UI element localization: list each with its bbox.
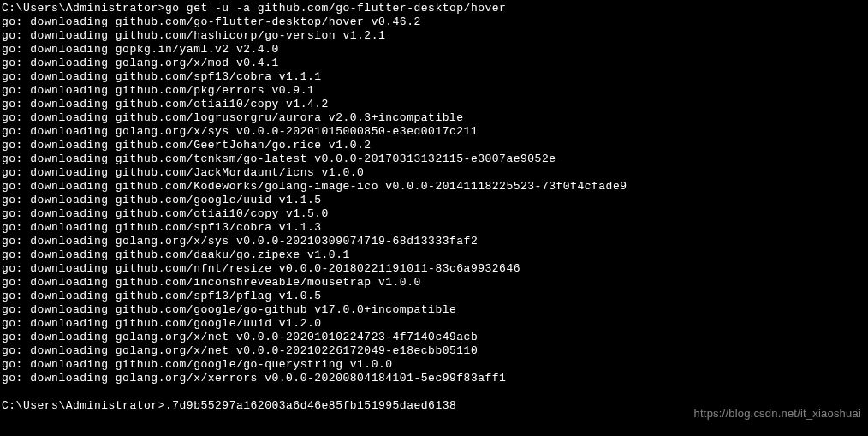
terminal-line [2,385,868,399]
terminal-line: go: downloading github.com/spf13/cobra v… [2,70,868,84]
terminal-line: go: downloading github.com/inconshreveab… [2,276,868,290]
terminal-line: go: downloading gopkg.in/yaml.v2 v2.4.0 [2,43,868,57]
watermark-text: https://blog.csdn.net/it_xiaoshuai [694,407,861,421]
terminal-line: go: downloading github.com/pkg/errors v0… [2,84,868,98]
terminal-line: go: downloading github.com/google/go-que… [2,358,868,372]
terminal-line: go: downloading github.com/hashicorp/go-… [2,29,868,43]
terminal-line: go: downloading github.com/google/uuid v… [2,194,868,207]
terminal-line: go: downloading github.com/daaku/go.zipe… [2,248,868,262]
terminal-line: go: downloading github.com/otiai10/copy … [2,207,868,221]
terminal-line: go: downloading github.com/GeertJohan/go… [2,139,868,152]
terminal-line: go: downloading golang.org/x/mod v0.4.1 [2,57,868,70]
terminal-line: go: downloading github.com/logrusorgru/a… [2,111,868,125]
terminal-line: go: downloading github.com/go-flutter-de… [2,15,868,29]
terminal-line: go: downloading github.com/spf13/pflag v… [2,290,868,303]
terminal-line: go: downloading github.com/nfnt/resize v… [2,262,868,276]
terminal-line: go: downloading github.com/spf13/cobra v… [2,221,868,235]
terminal-line: go: downloading github.com/google/uuid v… [2,317,868,331]
terminal-line: go: downloading github.com/Kodeworks/gol… [2,180,868,194]
terminal-output[interactable]: C:\Users\Administrator>go get -u -a gith… [2,2,868,413]
terminal-line: go: downloading github.com/otiai10/copy … [2,98,868,111]
terminal-line: go: downloading golang.org/x/sys v0.0.0-… [2,235,868,248]
terminal-line: go: downloading golang.org/x/net v0.0.0-… [2,344,868,358]
terminal-line: C:\Users\Administrator>go get -u -a gith… [2,2,868,15]
terminal-line: go: downloading github.com/tcnksm/go-lat… [2,152,868,166]
terminal-line: go: downloading golang.org/x/xerrors v0.… [2,372,868,385]
terminal-line: go: downloading github.com/google/go-git… [2,303,868,317]
terminal-line: go: downloading github.com/JackMordaunt/… [2,166,868,180]
terminal-line: go: downloading golang.org/x/sys v0.0.0-… [2,125,868,139]
terminal-line: go: downloading golang.org/x/net v0.0.0-… [2,331,868,344]
